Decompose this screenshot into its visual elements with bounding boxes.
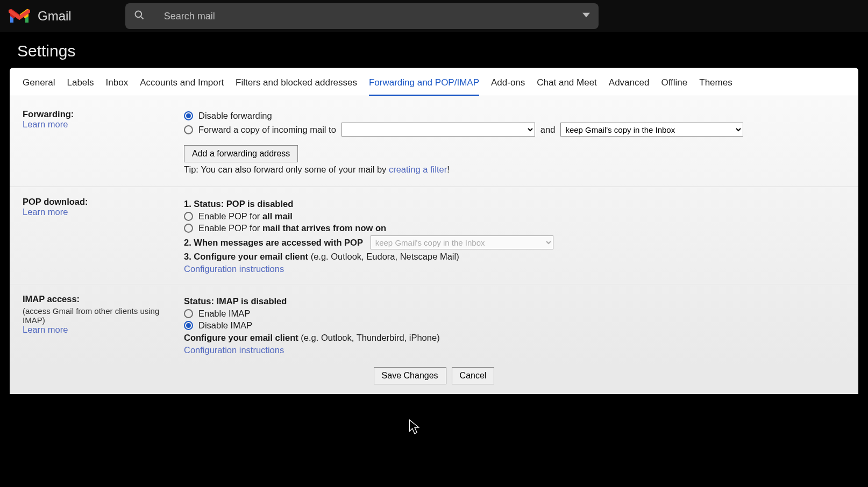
radio-pop-all[interactable] (184, 212, 193, 221)
settings-tabs: General Labels Inbox Accounts and Import… (10, 68, 858, 96)
tab-themes[interactable]: Themes (699, 75, 732, 96)
pop-learn-more-link[interactable]: Learn more (23, 207, 68, 217)
forwarding-tip: Tip: You can also forward only some of y… (184, 164, 845, 175)
cancel-button[interactable]: Cancel (452, 367, 495, 384)
page-title: Settings (0, 32, 868, 68)
actions-row: Save Changes Cancel (10, 361, 858, 384)
imap-learn-more-link[interactable]: Learn more (23, 325, 68, 334)
imap-configure-rest: (e.g. Outlook, Thunderbird, iPhone) (298, 333, 440, 342)
forward-and-text: and (540, 125, 556, 135)
pop-action-select: keep Gmail's copy in the Inbox (371, 235, 553, 249)
pop-configure-row: 3. Configure your email client (e.g. Out… (184, 252, 845, 262)
pop-enable-all-row[interactable]: Enable POP for all mail (184, 211, 845, 221)
tab-chat-meet[interactable]: Chat and Meet (537, 75, 597, 96)
radio-imap-disable[interactable] (184, 321, 193, 330)
forwarding-label-col: Forwarding: Learn more (23, 109, 184, 177)
imap-disable-label: Disable IMAP (198, 320, 252, 331)
pop-label-col: POP download: Learn more (23, 197, 184, 274)
pop-enable-new-row[interactable]: Enable POP for mail that arrives from no… (184, 223, 845, 233)
imap-configure-bold: Configure your email client (184, 333, 298, 342)
forwarding-tip-suffix: ! (447, 164, 450, 174)
tab-inbox[interactable]: Inbox (106, 75, 129, 96)
logo-wrap: Gmail (6, 8, 72, 24)
search-wrap (125, 3, 599, 29)
svg-point-0 (135, 11, 141, 18)
tab-labels[interactable]: Labels (67, 75, 94, 96)
forwarding-tip-prefix: Tip: You can also forward only some of y… (184, 164, 389, 174)
pop-when-accessed-row: 2. When messages are accessed with POP k… (184, 235, 845, 249)
imap-sub: (access Gmail from other clients using I… (23, 306, 184, 325)
pop-heading: POP download: (23, 197, 88, 206)
pop-enable-new-bold: mail that arrives from now on (262, 223, 386, 233)
search-box[interactable] (125, 3, 599, 29)
tab-addons[interactable]: Add-ons (491, 75, 525, 96)
imap-heading: IMAP access: (23, 294, 80, 304)
section-imap: IMAP access: (access Gmail from other cl… (10, 284, 858, 361)
radio-disable-forwarding[interactable] (184, 111, 193, 120)
tab-general[interactable]: General (23, 75, 55, 96)
imap-status: Status: IMAP is disabled (184, 296, 845, 306)
tab-forwarding-pop-imap[interactable]: Forwarding and POP/IMAP (369, 75, 479, 96)
radio-imap-enable[interactable] (184, 309, 193, 318)
forward-address-select[interactable] (341, 123, 535, 137)
forward-action-select[interactable]: keep Gmail's copy in the Inbox (560, 123, 743, 137)
pop-enable-new-prefix: Enable POP for (198, 223, 262, 233)
forwarding-learn-more-link[interactable]: Learn more (23, 119, 68, 129)
pop-configure-rest: (e.g. Outlook, Eudora, Netscape Mail) (308, 252, 459, 261)
top-bar: Gmail (0, 0, 868, 32)
forward-copy-label: Forward a copy of incoming mail to (198, 125, 336, 135)
imap-config-instructions-link[interactable]: Configuration instructions (184, 345, 284, 355)
mouse-cursor-icon (409, 419, 421, 438)
creating-filter-link[interactable]: creating a filter (389, 164, 447, 174)
tab-advanced[interactable]: Advanced (609, 75, 650, 96)
section-pop: POP download: Learn more 1. Status: POP … (10, 187, 858, 280)
forwarding-content: Disable forwarding Forward a copy of inc… (184, 109, 845, 177)
forwarding-disable-row[interactable]: Disable forwarding (184, 111, 845, 121)
radio-forward-copy[interactable] (184, 125, 193, 134)
pop-enable-all-prefix: Enable POP for (198, 211, 262, 221)
pop-when-accessed: 2. When messages are accessed with POP (184, 238, 363, 247)
pop-configure-bold: 3. Configure your email client (184, 252, 308, 261)
imap-enable-row[interactable]: Enable IMAP (184, 309, 845, 319)
disable-forwarding-label: Disable forwarding (198, 111, 272, 121)
tab-accounts-import[interactable]: Accounts and Import (140, 75, 224, 96)
pop-content: 1. Status: POP is disabled Enable POP fo… (184, 197, 845, 274)
imap-enable-label: Enable IMAP (198, 309, 250, 319)
product-name: Gmail (38, 9, 72, 24)
forwarding-heading: Forwarding: (23, 109, 74, 119)
gmail-logo-icon (9, 8, 30, 24)
search-options-icon[interactable] (582, 11, 590, 21)
imap-disable-row[interactable]: Disable IMAP (184, 320, 845, 331)
imap-content: Status: IMAP is disabled Enable IMAP Dis… (184, 294, 845, 355)
svg-line-1 (140, 17, 143, 19)
settings-body: Forwarding: Learn more Disable forwardin… (10, 96, 858, 394)
forwarding-forward-row[interactable]: Forward a copy of incoming mail to and k… (184, 123, 845, 137)
pop-status: 1. Status: POP is disabled (184, 199, 845, 209)
tab-offline[interactable]: Offline (661, 75, 687, 96)
radio-pop-new[interactable] (184, 224, 193, 233)
imap-label-col: IMAP access: (access Gmail from other cl… (23, 294, 184, 355)
save-changes-button[interactable]: Save Changes (374, 367, 446, 384)
search-input[interactable] (164, 11, 563, 22)
add-forwarding-address-button[interactable]: Add a forwarding address (184, 145, 298, 162)
tab-filters-blocked[interactable]: Filters and blocked addresses (236, 75, 357, 96)
imap-configure-row: Configure your email client (e.g. Outloo… (184, 333, 845, 343)
search-icon (134, 10, 145, 23)
settings-card: General Labels Inbox Accounts and Import… (10, 68, 858, 394)
pop-enable-all-bold: all mail (262, 211, 293, 221)
section-forwarding: Forwarding: Learn more Disable forwardin… (10, 104, 858, 182)
pop-config-instructions-link[interactable]: Configuration instructions (184, 264, 284, 274)
